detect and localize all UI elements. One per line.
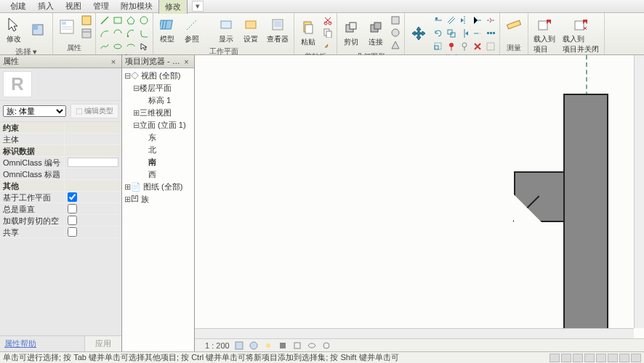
partial-ellipse-icon[interactable] xyxy=(125,41,137,52)
scale-icon[interactable] xyxy=(432,41,444,52)
prop-cut-checkbox[interactable] xyxy=(68,216,77,225)
mirror2-icon[interactable] xyxy=(459,28,470,39)
pick-icon[interactable] xyxy=(138,41,150,52)
delete-icon[interactable] xyxy=(472,41,483,52)
tree-families[interactable]: ⊞凹 族 xyxy=(124,193,193,205)
status-icon-2[interactable] xyxy=(561,354,571,362)
edit-type-button[interactable]: ⬚ 编辑类型 xyxy=(71,104,118,118)
arc-icon[interactable] xyxy=(99,28,110,39)
tree-sheets[interactable]: ⊞📄 图纸 (全部) xyxy=(124,181,193,193)
reveal-icon[interactable] xyxy=(321,340,331,351)
visual-style-icon[interactable] xyxy=(249,340,259,351)
tree-east[interactable]: 东 xyxy=(124,131,193,144)
gm2-icon[interactable] xyxy=(390,27,401,38)
measure-button[interactable] xyxy=(503,15,525,35)
properties-help-link[interactable]: 属性帮助 xyxy=(0,336,84,351)
spline-icon[interactable] xyxy=(99,41,110,52)
menu-insert[interactable]: 插入 xyxy=(32,0,60,13)
line-icon[interactable] xyxy=(99,15,110,26)
type-selector[interactable]: 族: 体量 xyxy=(3,105,66,117)
array-icon[interactable] xyxy=(485,28,496,39)
properties-close-icon[interactable]: × xyxy=(108,57,118,67)
circle-icon[interactable] xyxy=(138,15,150,26)
prop-omninum-input[interactable] xyxy=(68,158,118,167)
gm1-icon[interactable] xyxy=(390,15,401,26)
copy-small-icon[interactable] xyxy=(322,27,334,38)
gm3-icon[interactable] xyxy=(390,39,401,51)
drawing-canvas[interactable]: 1 : 200 xyxy=(195,55,644,351)
tree-north[interactable]: 北 xyxy=(124,144,193,156)
group-icon[interactable] xyxy=(485,41,496,52)
select-box-button[interactable] xyxy=(28,20,49,41)
hide-icon[interactable] xyxy=(307,340,317,351)
menu-overflow[interactable]: ▾ xyxy=(192,1,204,12)
detail-level-icon[interactable] xyxy=(234,340,244,351)
tree-west[interactable]: 西 xyxy=(124,168,193,181)
family-types-icon[interactable] xyxy=(81,28,92,39)
properties-button[interactable] xyxy=(56,17,78,37)
menu-modify[interactable]: 修改 xyxy=(158,0,188,14)
canvas-scrollbar-h[interactable] xyxy=(195,328,634,338)
ellipse-icon[interactable] xyxy=(112,41,124,52)
status-icon-3[interactable] xyxy=(573,354,583,362)
menu-create[interactable]: 创建 xyxy=(4,0,32,13)
browser-close-icon[interactable]: × xyxy=(182,57,191,67)
type-prop-icon[interactable] xyxy=(81,15,92,26)
menu-view[interactable]: 视图 xyxy=(60,0,87,13)
menu-manage[interactable]: 管理 xyxy=(87,0,115,13)
prop-omnititle-value[interactable] xyxy=(65,168,121,179)
view-scale[interactable]: 1 : 200 xyxy=(205,341,230,350)
cut-geom-button[interactable]: 剪切 xyxy=(340,17,362,49)
unpin-icon[interactable] xyxy=(459,41,470,52)
status-icon-7[interactable] xyxy=(619,354,629,362)
join-button[interactable]: 连接 xyxy=(365,17,387,49)
move-button[interactable] xyxy=(408,23,430,44)
menu-addins[interactable]: 附加模块 xyxy=(115,0,158,13)
modify-button[interactable]: 修改 xyxy=(3,15,25,46)
extend-icon[interactable] xyxy=(472,28,483,39)
status-icon-4[interactable] xyxy=(584,354,595,362)
canvas-scrollbar-v[interactable] xyxy=(634,55,644,328)
status-icon-1[interactable] xyxy=(550,354,560,362)
tree-south[interactable]: 南 xyxy=(124,156,193,168)
poly-icon[interactable] xyxy=(125,15,137,26)
status-icon-6[interactable] xyxy=(608,354,618,362)
match-small-icon[interactable] xyxy=(322,39,334,51)
split-icon[interactable] xyxy=(485,15,496,26)
tree-elevations[interactable]: ⊟立面 (立面 1) xyxy=(124,119,193,131)
align-icon[interactable] xyxy=(432,15,444,26)
offset-icon[interactable] xyxy=(446,15,457,26)
crop-icon[interactable] xyxy=(292,340,302,351)
status-icon-8[interactable] xyxy=(631,354,641,362)
shadows-icon[interactable] xyxy=(278,340,288,351)
set-button[interactable]: 设置 xyxy=(240,15,262,46)
prop-shared-checkbox[interactable] xyxy=(68,227,77,237)
trim-icon[interactable] xyxy=(472,15,483,26)
mirror-icon[interactable] xyxy=(459,15,470,26)
tree-3dviews[interactable]: ⊞三维视图 xyxy=(124,107,193,119)
model-bracket[interactable] xyxy=(514,171,563,222)
pin-icon[interactable] xyxy=(446,41,457,52)
load-close-button[interactable]: 载入到 项目并关闭 xyxy=(560,15,601,56)
model-button[interactable]: 模型 xyxy=(156,15,178,46)
copy-mod-icon[interactable] xyxy=(446,28,457,39)
viewer-button[interactable]: 查看器 xyxy=(265,15,291,46)
tree-floorplans[interactable]: ⊟楼层平面 xyxy=(124,82,193,94)
prop-wp-checkbox[interactable] xyxy=(68,192,77,202)
arc3-icon[interactable] xyxy=(125,28,137,39)
status-icon-5[interactable] xyxy=(596,354,606,362)
tree-level1[interactable]: 标高 1 xyxy=(124,94,193,107)
paste-button[interactable]: 粘贴 xyxy=(297,17,319,49)
tree-views[interactable]: ⊟◇ 视图 (全部) xyxy=(124,70,193,82)
sun-path-icon[interactable] xyxy=(263,340,273,351)
prop-host-value[interactable] xyxy=(65,134,121,144)
ref-button[interactable]: 参照 xyxy=(181,15,203,46)
show-button[interactable]: 显示 xyxy=(215,15,237,46)
fillet-icon[interactable] xyxy=(138,28,150,39)
rect-icon[interactable] xyxy=(112,15,124,26)
model-column[interactable] xyxy=(563,94,608,344)
load-into-project-button[interactable]: 载入到 项目 xyxy=(531,15,558,56)
arc2-icon[interactable] xyxy=(112,28,124,39)
prop-vert-checkbox[interactable] xyxy=(68,204,77,213)
cut-small-icon[interactable] xyxy=(322,15,334,26)
